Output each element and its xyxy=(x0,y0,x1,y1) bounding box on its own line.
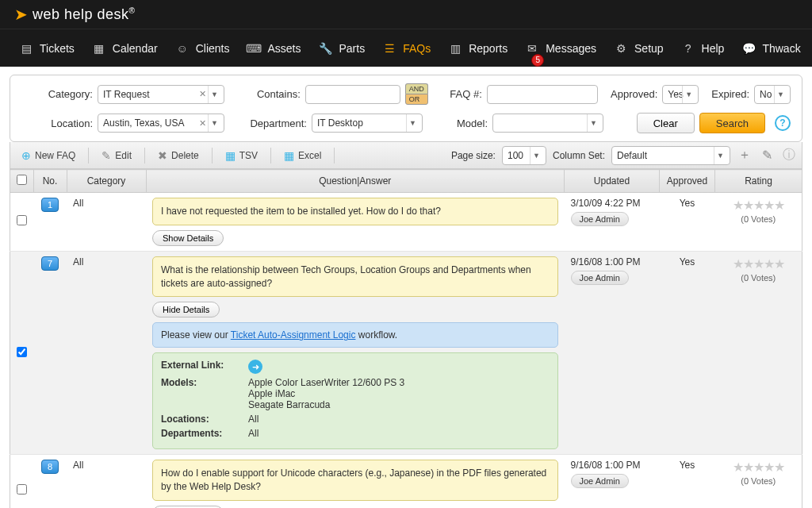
row-rating: ★★★★★(0 Votes) xyxy=(715,193,802,252)
details-toggle[interactable]: Hide Details xyxy=(152,302,220,318)
category-select[interactable]: IT Request✕▼ xyxy=(98,85,224,104)
col-no[interactable]: No. xyxy=(33,170,67,193)
nav-help[interactable]: ?Help xyxy=(673,37,733,60)
pencil-icon: ✎ xyxy=(102,149,111,162)
nav-setup[interactable]: ⚙Setup xyxy=(606,37,672,60)
nav-reports[interactable]: ▥Reports xyxy=(440,37,515,60)
chart-icon: ▥ xyxy=(448,41,462,56)
search-button[interactable]: Search xyxy=(699,113,765,133)
row-updated: 9/16/08 1:00 PMJoe Admin xyxy=(565,455,660,508)
expired-select[interactable]: No▼ xyxy=(754,85,791,104)
wrench-icon: 🔧 xyxy=(318,41,332,56)
approved-select[interactable]: Yes▼ xyxy=(662,85,699,104)
user-icon: ☺ xyxy=(175,41,190,56)
col-rating[interactable]: Rating xyxy=(715,170,802,193)
table-row: 1 All I have not requested the item to b… xyxy=(10,193,802,252)
filter-panel: Category: IT Request✕▼ Contains: ANDOR F… xyxy=(10,75,802,142)
edit-button[interactable]: ✎Edit xyxy=(95,146,138,165)
main-nav: ▤Tickets ▦Calendar ☺Clients ⌨Assets 🔧Par… xyxy=(0,29,812,67)
nav-clients[interactable]: ☺Clients xyxy=(167,37,238,60)
faq-number[interactable]: 7 xyxy=(41,256,59,271)
info-icon[interactable]: ⓘ xyxy=(781,148,797,164)
delete-button[interactable]: ✖Delete xyxy=(151,146,205,165)
col-approved[interactable]: Approved xyxy=(660,170,715,193)
col-qa[interactable]: Question|Answer xyxy=(146,170,565,193)
select-all-checkbox[interactable] xyxy=(17,175,27,185)
contains-label: Contains: xyxy=(238,88,301,100)
faq-number[interactable]: 8 xyxy=(41,460,59,474)
list-icon: ▤ xyxy=(19,41,33,56)
category-label: Category: xyxy=(21,88,93,100)
star-rating[interactable]: ★★★★★ xyxy=(722,460,796,475)
row-checkbox[interactable] xyxy=(17,347,27,357)
columnset-select[interactable]: Default▼ xyxy=(611,146,730,165)
col-updated[interactable]: Updated xyxy=(565,170,660,193)
user-pill[interactable]: Joe Admin xyxy=(571,271,629,285)
nav-messages[interactable]: ✉Messages5 xyxy=(517,37,604,60)
table-row: 7 All What is the relationship between T… xyxy=(10,251,802,455)
excel-button[interactable]: ▦Excel xyxy=(278,146,327,165)
clear-button[interactable]: Clear xyxy=(637,113,695,133)
row-category: All xyxy=(67,455,146,508)
user-pill[interactable]: Joe Admin xyxy=(571,212,629,226)
pagesize-select[interactable]: 100▼ xyxy=(502,146,546,165)
star-rating[interactable]: ★★★★★ xyxy=(722,198,796,213)
messages-badge: 5 xyxy=(531,54,544,67)
tsv-icon: ▦ xyxy=(225,149,236,162)
clear-x-icon[interactable]: ✕ xyxy=(199,89,206,99)
question-box: What is the relationship between Tech Gr… xyxy=(152,256,558,298)
excel-icon: ▦ xyxy=(284,149,294,162)
row-updated: 3/10/09 4:22 PMJoe Admin xyxy=(565,193,660,252)
department-select[interactable]: IT Desktop▼ xyxy=(312,114,423,133)
model-label: Model: xyxy=(440,117,488,129)
row-checkbox[interactable] xyxy=(17,215,27,225)
faq-icon: ☰ xyxy=(382,41,396,56)
help-icon[interactable]: ? xyxy=(775,115,791,131)
row-approved: Yes xyxy=(660,251,715,455)
tsv-button[interactable]: ▦TSV xyxy=(219,146,264,165)
plus-circle-icon: ⊕ xyxy=(21,149,31,162)
user-pill[interactable]: Joe Admin xyxy=(571,474,629,488)
faq-number[interactable]: 1 xyxy=(41,198,59,212)
external-link-icon[interactable]: ➜ xyxy=(248,360,262,374)
row-rating: ★★★★★(0 Votes) xyxy=(715,455,802,508)
row-checkbox[interactable] xyxy=(17,484,27,495)
add-column-icon[interactable]: ＋ xyxy=(737,148,753,164)
nav-thwack[interactable]: 💬Thwack xyxy=(733,37,808,60)
location-select[interactable]: Austin, Texas, USA✕▼ xyxy=(98,114,224,133)
new-faq-button[interactable]: ⊕New FAQ xyxy=(15,146,82,165)
monitor-icon: ⌨ xyxy=(247,41,261,56)
contains-input[interactable] xyxy=(305,85,400,104)
grid-toolbar: ⊕New FAQ ✎Edit ✖Delete ▦TSV ▦Excel Page … xyxy=(10,142,802,169)
and-or-toggle[interactable]: ANDOR xyxy=(405,83,428,105)
row-category: All xyxy=(67,251,146,455)
nav-assets[interactable]: ⌨Assets xyxy=(239,37,308,60)
app-logo: web help desk® xyxy=(33,6,135,23)
help-icon: ? xyxy=(681,41,695,56)
clear-x-icon[interactable]: ✕ xyxy=(199,118,206,129)
question-box: I have not requested the item to be inst… xyxy=(152,198,558,225)
app-header: ➤ web help desk® xyxy=(0,0,812,29)
row-qa: What is the relationship between Tech Gr… xyxy=(146,251,565,455)
nav-faqs[interactable]: ☰FAQs xyxy=(374,37,439,60)
edit-columns-icon[interactable]: ✎ xyxy=(759,148,775,164)
table-row: 8 All How do I enable support for Unicod… xyxy=(10,455,802,508)
logo-swoosh-icon: ➤ xyxy=(14,5,28,24)
page-body: Category: IT Request✕▼ Contains: ANDOR F… xyxy=(0,67,812,508)
nav-calendar[interactable]: ▦Calendar xyxy=(84,37,166,60)
location-label: Location: xyxy=(21,117,93,129)
answer-link[interactable]: Ticket Auto-Assignment Logic xyxy=(231,329,356,341)
row-qa: How do I enable support for Unicode char… xyxy=(146,455,565,508)
row-updated: 9/16/08 1:00 PMJoe Admin xyxy=(565,251,660,455)
x-icon: ✖ xyxy=(158,149,167,162)
nav-parts[interactable]: 🔧Parts xyxy=(310,37,373,60)
details-toggle[interactable]: Show Details xyxy=(152,230,224,246)
faqnum-input[interactable] xyxy=(487,85,598,104)
col-category[interactable]: Category xyxy=(67,170,146,193)
gear-icon: ⚙ xyxy=(614,41,628,56)
nav-tickets[interactable]: ▤Tickets xyxy=(11,37,82,60)
faqnum-label: FAQ #: xyxy=(435,88,482,100)
star-rating[interactable]: ★★★★★ xyxy=(722,256,796,271)
row-rating: ★★★★★(0 Votes) xyxy=(715,251,802,455)
model-select[interactable]: ▼ xyxy=(492,114,603,133)
